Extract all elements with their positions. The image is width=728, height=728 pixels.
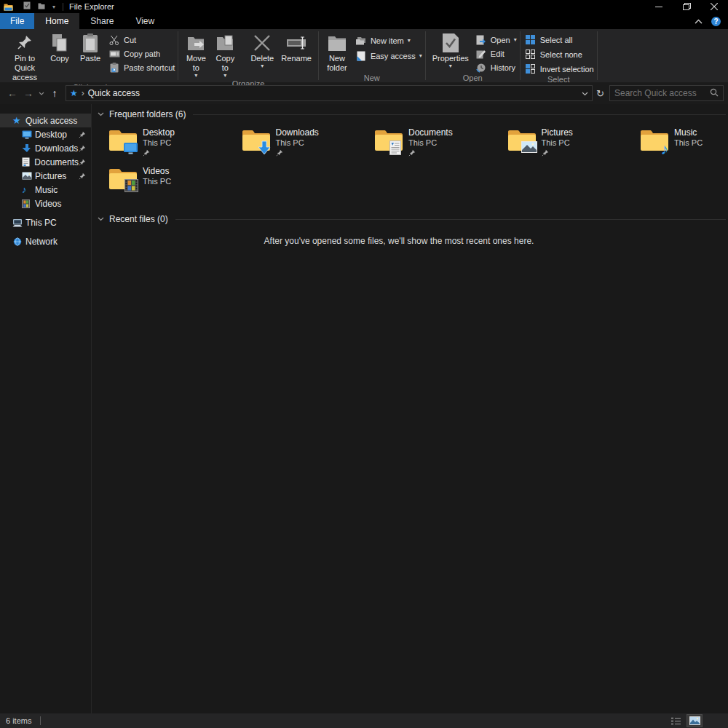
- ribbon-separator: [520, 31, 521, 80]
- sidebar-item-this-pc[interactable]: This PC: [0, 215, 91, 229]
- edit-button[interactable]: Edit: [475, 48, 517, 59]
- history-button[interactable]: History: [475, 62, 517, 73]
- new-folder-icon: [325, 32, 349, 54]
- collapse-chevron-icon[interactable]: [98, 112, 104, 116]
- copy-path-icon: [108, 48, 120, 60]
- sidebar-item-desktop[interactable]: Desktop: [0, 127, 91, 141]
- quick-access-star-icon: ★: [70, 88, 78, 98]
- refresh-icon[interactable]: ↻: [596, 88, 604, 99]
- forward-button[interactable]: →: [20, 87, 36, 99]
- copy-path-button[interactable]: Copy path: [108, 48, 175, 59]
- folder-location: This PC: [542, 138, 573, 148]
- pictures-overlay-icon: [521, 141, 537, 153]
- rename-button[interactable]: Rename: [277, 31, 315, 63]
- history-icon: [475, 62, 487, 74]
- search-input[interactable]: [614, 88, 710, 98]
- properties-qat-icon[interactable]: [23, 1, 31, 12]
- folder-icon: [241, 127, 273, 155]
- folder-tile-videos[interactable]: Videos This PC: [108, 165, 241, 199]
- sidebar-item-network[interactable]: Network: [0, 234, 91, 248]
- select-all-icon: [525, 34, 537, 46]
- videos-overlay-icon: [124, 179, 138, 192]
- search-box[interactable]: [609, 85, 724, 101]
- music-overlay-icon: ♪: [661, 141, 669, 157]
- folder-name: Documents: [408, 127, 453, 138]
- folder-tile-pictures[interactable]: Pictures This PC: [507, 127, 640, 160]
- this-pc-icon: [12, 218, 25, 227]
- folder-icon: [507, 127, 539, 155]
- close-button[interactable]: [700, 0, 728, 13]
- folder-name: Desktop: [143, 127, 175, 138]
- copy-icon: [48, 32, 71, 54]
- ribbon-group-new: New folder New item ▾ Easy access ▾ New: [320, 29, 424, 82]
- sidebar-item-music[interactable]: ♪ Music: [0, 183, 91, 197]
- quick-access-star-icon: ★: [12, 115, 25, 126]
- folder-icon: [108, 166, 140, 194]
- copy-to-icon: [213, 32, 237, 54]
- copy-to-button[interactable]: Copy to ▾: [210, 31, 240, 79]
- pin-to-quick-access-button[interactable]: Pin to Quick access: [5, 31, 44, 82]
- delete-button[interactable]: Delete ▾: [247, 31, 277, 69]
- ribbon-group-organize: Move to ▾ Copy to ▾ Delete ▾ Rename Orga…: [179, 29, 317, 82]
- pin-icon: [542, 149, 573, 157]
- edit-icon: [475, 48, 487, 60]
- address-dropdown-icon[interactable]: [582, 88, 588, 98]
- minimize-button[interactable]: [645, 0, 673, 13]
- recent-files-header[interactable]: Recent files (0): [98, 213, 728, 225]
- sidebar-item-documents[interactable]: Documents: [0, 155, 91, 169]
- paste-shortcut-button[interactable]: Paste shortcut: [108, 62, 175, 73]
- restore-button[interactable]: [673, 0, 700, 13]
- music-icon: ♪: [22, 185, 35, 194]
- ribbon-separator: [178, 31, 178, 80]
- new-folder-qat-icon[interactable]: [38, 1, 45, 12]
- tab-share[interactable]: Share: [79, 13, 124, 29]
- breadcrumb-location[interactable]: Quick access: [88, 88, 578, 98]
- up-button[interactable]: ↑: [47, 87, 63, 99]
- breadcrumb-separator-icon: ›: [82, 88, 84, 98]
- back-button[interactable]: ←: [4, 87, 20, 99]
- cut-button[interactable]: Cut: [108, 34, 175, 45]
- minimize-ribbon-icon[interactable]: [695, 16, 703, 26]
- ribbon-separator: [318, 31, 319, 80]
- sidebar-item-pictures[interactable]: Pictures: [0, 169, 91, 183]
- folder-tile-music[interactable]: ♪ Music This PC: [639, 127, 728, 160]
- tab-home[interactable]: Home: [34, 13, 79, 29]
- frequent-folders-header[interactable]: Frequent folders (6): [98, 108, 728, 120]
- new-item-button[interactable]: New item ▾: [355, 35, 422, 46]
- new-group-label: New: [322, 73, 422, 83]
- folder-name: Videos: [143, 166, 171, 176]
- recent-locations-button[interactable]: [36, 92, 47, 95]
- easy-access-button[interactable]: Easy access ▾: [355, 50, 422, 61]
- select-none-button[interactable]: Select none: [525, 49, 594, 60]
- details-view-button[interactable]: [668, 715, 683, 727]
- tab-view[interactable]: View: [124, 13, 165, 29]
- folder-name: Downloads: [276, 127, 319, 138]
- rename-icon: [285, 32, 308, 54]
- new-folder-button[interactable]: New folder: [322, 31, 352, 73]
- large-icons-view-button[interactable]: [687, 715, 702, 727]
- sidebar-item-videos[interactable]: Videos: [0, 197, 91, 210]
- help-icon[interactable]: ?: [711, 17, 721, 26]
- cut-scissors-icon: [108, 34, 120, 46]
- search-icon[interactable]: [710, 88, 719, 99]
- collapse-chevron-icon[interactable]: [98, 217, 104, 221]
- invert-selection-button[interactable]: Invert selection: [525, 63, 594, 74]
- move-to-button[interactable]: Move to ▾: [181, 31, 210, 79]
- sidebar-item-quick-access[interactable]: ★ Quick access: [0, 114, 91, 127]
- sidebar-item-downloads[interactable]: Downloads: [0, 141, 91, 155]
- address-bar[interactable]: ★ › Quick access: [66, 85, 593, 101]
- folder-tile-downloads[interactable]: Downloads This PC: [241, 127, 374, 160]
- tab-file[interactable]: File: [0, 13, 34, 29]
- qat-customize-caret-icon[interactable]: ▾: [52, 4, 55, 10]
- folder-tile-desktop[interactable]: Desktop This PC: [108, 127, 241, 160]
- copy-button[interactable]: Copy: [44, 31, 75, 63]
- open-button[interactable]: Open ▾: [475, 34, 517, 45]
- select-all-button[interactable]: Select all: [525, 34, 594, 45]
- easy-access-caret-icon: ▾: [419, 53, 422, 59]
- properties-button[interactable]: Properties ▾: [429, 31, 472, 69]
- properties-icon: [439, 32, 462, 54]
- pin-icon: [143, 149, 175, 157]
- paste-button[interactable]: Paste: [75, 31, 106, 63]
- properties-caret-icon: ▾: [449, 63, 452, 69]
- folder-tile-documents[interactable]: Documents This PC: [373, 127, 507, 160]
